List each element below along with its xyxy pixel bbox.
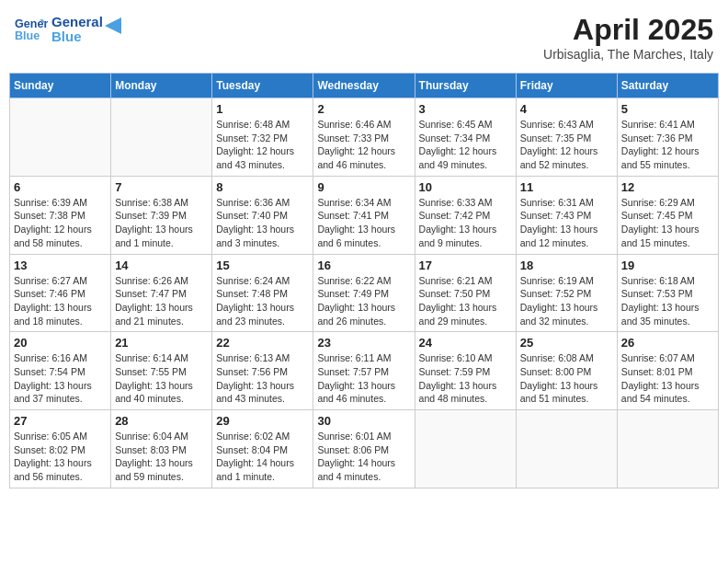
calendar-cell: 27Sunrise: 6:05 AM Sunset: 8:02 PM Dayli… <box>10 410 111 488</box>
day-number: 13 <box>14 259 107 272</box>
day-detail: Sunrise: 6:34 AM Sunset: 7:41 PM Dayligh… <box>317 196 410 250</box>
day-number: 24 <box>419 336 512 350</box>
day-detail: Sunrise: 6:04 AM Sunset: 8:03 PM Dayligh… <box>115 430 208 484</box>
calendar-cell: 30Sunrise: 6:01 AM Sunset: 8:06 PM Dayli… <box>313 410 415 488</box>
day-number: 5 <box>621 102 714 116</box>
day-detail: Sunrise: 6:46 AM Sunset: 7:33 PM Dayligh… <box>317 118 410 172</box>
day-detail: Sunrise: 6:26 AM Sunset: 7:47 PM Dayligh… <box>115 274 208 328</box>
day-number: 19 <box>621 259 714 272</box>
title-block: April 2025 Urbisaglia, The Marches, Ital… <box>543 13 713 62</box>
calendar-cell: 19Sunrise: 6:18 AM Sunset: 7:53 PM Dayli… <box>617 254 718 332</box>
calendar-cell: 11Sunrise: 6:31 AM Sunset: 7:43 PM Dayli… <box>516 176 617 254</box>
logo-icon: General Blue <box>15 13 48 46</box>
day-number: 7 <box>115 180 208 194</box>
calendar-cell <box>111 98 212 177</box>
calendar-cell: 29Sunrise: 6:02 AM Sunset: 8:04 PM Dayli… <box>212 410 313 488</box>
calendar-week-row: 20Sunrise: 6:16 AM Sunset: 7:54 PM Dayli… <box>10 332 719 410</box>
day-number: 18 <box>520 259 613 272</box>
weekday-header-thursday: Thursday <box>415 74 516 98</box>
day-number: 30 <box>317 414 410 428</box>
day-detail: Sunrise: 6:11 AM Sunset: 7:57 PM Dayligh… <box>317 351 410 406</box>
day-detail: Sunrise: 6:41 AM Sunset: 7:36 PM Dayligh… <box>621 118 714 172</box>
calendar-cell: 21Sunrise: 6:14 AM Sunset: 7:55 PM Dayli… <box>111 332 212 410</box>
svg-marker-3 <box>105 17 121 34</box>
day-detail: Sunrise: 6:29 AM Sunset: 7:45 PM Dayligh… <box>621 196 714 250</box>
day-number: 14 <box>115 259 208 272</box>
calendar-cell: 26Sunrise: 6:07 AM Sunset: 8:01 PM Dayli… <box>617 332 718 410</box>
calendar-week-row: 27Sunrise: 6:05 AM Sunset: 8:02 PM Dayli… <box>10 410 719 488</box>
day-number: 9 <box>317 180 410 194</box>
day-number: 8 <box>216 180 309 194</box>
calendar-cell: 24Sunrise: 6:10 AM Sunset: 7:59 PM Dayli… <box>415 332 516 410</box>
day-detail: Sunrise: 6:48 AM Sunset: 7:32 PM Dayligh… <box>216 118 309 172</box>
day-number: 1 <box>216 102 309 116</box>
calendar-cell: 17Sunrise: 6:21 AM Sunset: 7:50 PM Dayli… <box>415 254 516 332</box>
day-number: 27 <box>14 414 107 428</box>
day-number: 12 <box>621 180 714 194</box>
location-subtitle: Urbisaglia, The Marches, Italy <box>543 47 713 62</box>
calendar-table: SundayMondayTuesdayWednesdayThursdayFrid… <box>9 73 719 488</box>
day-number: 25 <box>520 336 613 350</box>
calendar-cell: 2Sunrise: 6:46 AM Sunset: 7:33 PM Daylig… <box>313 98 415 177</box>
day-number: 10 <box>419 180 512 194</box>
day-number: 15 <box>216 259 309 272</box>
calendar-cell: 3Sunrise: 6:45 AM Sunset: 7:34 PM Daylig… <box>415 98 516 177</box>
weekday-header-saturday: Saturday <box>617 74 718 98</box>
weekday-header-row: SundayMondayTuesdayWednesdayThursdayFrid… <box>10 74 719 98</box>
day-number: 6 <box>14 180 107 194</box>
calendar-cell: 25Sunrise: 6:08 AM Sunset: 8:00 PM Dayli… <box>516 332 617 410</box>
calendar-cell: 10Sunrise: 6:33 AM Sunset: 7:42 PM Dayli… <box>415 176 516 254</box>
day-detail: Sunrise: 6:33 AM Sunset: 7:42 PM Dayligh… <box>419 196 512 250</box>
day-number: 29 <box>216 414 309 428</box>
calendar-week-row: 13Sunrise: 6:27 AM Sunset: 7:46 PM Dayli… <box>10 254 719 332</box>
day-detail: Sunrise: 6:16 AM Sunset: 7:54 PM Dayligh… <box>14 351 107 406</box>
calendar-cell: 7Sunrise: 6:38 AM Sunset: 7:39 PM Daylig… <box>111 176 212 254</box>
day-detail: Sunrise: 6:27 AM Sunset: 7:46 PM Dayligh… <box>14 274 107 328</box>
calendar-cell: 16Sunrise: 6:22 AM Sunset: 7:49 PM Dayli… <box>313 254 415 332</box>
day-detail: Sunrise: 6:05 AM Sunset: 8:02 PM Dayligh… <box>14 430 107 484</box>
logo-arrow-icon <box>105 17 121 34</box>
day-detail: Sunrise: 6:01 AM Sunset: 8:06 PM Dayligh… <box>317 430 410 484</box>
calendar-week-row: 1Sunrise: 6:48 AM Sunset: 7:32 PM Daylig… <box>10 98 719 177</box>
logo-line2: Blue <box>51 29 103 45</box>
calendar-cell: 4Sunrise: 6:43 AM Sunset: 7:35 PM Daylig… <box>516 98 617 177</box>
day-detail: Sunrise: 6:45 AM Sunset: 7:34 PM Dayligh… <box>419 118 512 172</box>
calendar-cell: 22Sunrise: 6:13 AM Sunset: 7:56 PM Dayli… <box>212 332 313 410</box>
day-detail: Sunrise: 6:19 AM Sunset: 7:52 PM Dayligh… <box>520 274 613 328</box>
day-detail: Sunrise: 6:22 AM Sunset: 7:49 PM Dayligh… <box>317 274 410 328</box>
weekday-header-friday: Friday <box>516 74 617 98</box>
day-detail: Sunrise: 6:39 AM Sunset: 7:38 PM Dayligh… <box>14 196 107 250</box>
day-number: 26 <box>621 336 714 350</box>
calendar-cell: 20Sunrise: 6:16 AM Sunset: 7:54 PM Dayli… <box>10 332 111 410</box>
calendar-cell: 12Sunrise: 6:29 AM Sunset: 7:45 PM Dayli… <box>617 176 718 254</box>
day-detail: Sunrise: 6:13 AM Sunset: 7:56 PM Dayligh… <box>216 351 309 406</box>
calendar-cell: 8Sunrise: 6:36 AM Sunset: 7:40 PM Daylig… <box>212 176 313 254</box>
day-number: 28 <box>115 414 208 428</box>
day-detail: Sunrise: 6:07 AM Sunset: 8:01 PM Dayligh… <box>621 351 714 406</box>
day-detail: Sunrise: 6:08 AM Sunset: 8:00 PM Dayligh… <box>520 351 613 406</box>
day-number: 2 <box>317 102 410 116</box>
weekday-header-sunday: Sunday <box>10 74 111 98</box>
calendar-cell <box>10 98 111 177</box>
calendar-cell: 14Sunrise: 6:26 AM Sunset: 7:47 PM Dayli… <box>111 254 212 332</box>
svg-text:Blue: Blue <box>15 29 40 42</box>
day-detail: Sunrise: 6:14 AM Sunset: 7:55 PM Dayligh… <box>115 351 208 406</box>
day-detail: Sunrise: 6:18 AM Sunset: 7:53 PM Dayligh… <box>621 274 714 328</box>
day-number: 23 <box>317 336 410 350</box>
day-number: 11 <box>520 180 613 194</box>
calendar-cell: 28Sunrise: 6:04 AM Sunset: 8:03 PM Dayli… <box>111 410 212 488</box>
day-number: 17 <box>419 259 512 272</box>
day-number: 21 <box>115 336 208 350</box>
calendar-cell <box>415 410 516 488</box>
weekday-header-monday: Monday <box>111 74 212 98</box>
calendar-cell: 15Sunrise: 6:24 AM Sunset: 7:48 PM Dayli… <box>212 254 313 332</box>
day-detail: Sunrise: 6:24 AM Sunset: 7:48 PM Dayligh… <box>216 274 309 328</box>
day-detail: Sunrise: 6:43 AM Sunset: 7:35 PM Dayligh… <box>520 118 613 172</box>
day-number: 4 <box>520 102 613 116</box>
weekday-header-tuesday: Tuesday <box>212 74 313 98</box>
logo: General Blue General Blue <box>15 13 121 46</box>
day-number: 20 <box>14 336 107 350</box>
day-detail: Sunrise: 6:10 AM Sunset: 7:59 PM Dayligh… <box>419 351 512 406</box>
day-detail: Sunrise: 6:02 AM Sunset: 8:04 PM Dayligh… <box>216 430 309 484</box>
day-number: 22 <box>216 336 309 350</box>
